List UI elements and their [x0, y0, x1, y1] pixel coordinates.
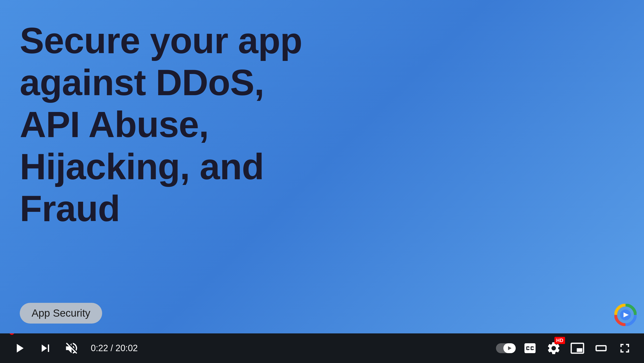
controls-bar: 0:22 / 20:02 [0, 334, 644, 363]
theater-mode-button[interactable] [592, 339, 610, 358]
chapter-badge: App Security [20, 303, 102, 324]
total-time: 20:02 [116, 343, 138, 353]
fullscreen-button[interactable] [616, 339, 634, 358]
next-button[interactable] [36, 339, 55, 358]
current-time: 0:22 [91, 343, 108, 353]
mute-button[interactable] [62, 339, 81, 358]
video-player: Secure your app against DDoS, API Abuse,… [0, 0, 644, 363]
autoplay-knob [503, 343, 516, 353]
autoplay-toggle[interactable] [496, 343, 516, 353]
play-button[interactable] [10, 339, 28, 358]
google-logo [614, 304, 636, 326]
video-content: Secure your app against DDoS, API Abuse,… [0, 0, 644, 334]
right-controls: HD [496, 339, 634, 358]
captions-button[interactable] [521, 339, 540, 358]
settings-wrapper: HD [544, 339, 563, 358]
time-display: 0:22 / 20:02 [91, 343, 138, 354]
time-separator: / [110, 343, 116, 353]
toggle-play-icon [508, 346, 512, 350]
hd-badge: HD [554, 337, 565, 344]
autoplay-track[interactable] [496, 343, 516, 353]
video-title: Secure your app against DDoS, API Abuse,… [20, 20, 316, 230]
miniplayer-button[interactable] [568, 339, 587, 358]
